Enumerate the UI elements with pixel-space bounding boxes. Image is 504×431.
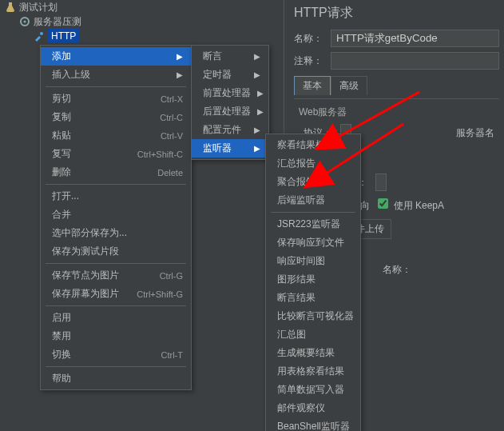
submenu-arrow-icon: ▶ [257, 89, 264, 98]
menu-save-node-image[interactable]: 保存节点为图片Ctrl-G [41, 266, 191, 285]
comment-label: 注释： [294, 54, 326, 68]
menu-duplicate[interactable]: 复写Ctrl+Shift-C [41, 145, 191, 163]
submenu-arrow-icon: ▶ [177, 70, 183, 79]
listener-response-time-graph[interactable]: 响应时间图 [266, 252, 360, 270]
menu-paste[interactable]: 粘贴Ctrl-V [41, 126, 191, 145]
svg-point-1 [24, 21, 26, 23]
menu-separator [46, 305, 186, 306]
submenu-postprocessors[interactable]: 后置处理器▶ [192, 102, 268, 121]
listener-aggregate-report[interactable]: 聚合报告 [266, 173, 360, 191]
menu-separator [46, 263, 186, 264]
submenu-timers[interactable]: 定时器▶ [192, 66, 268, 84]
submenu-arrow-icon: ▶ [254, 144, 260, 153]
add-submenu: 断言▶ 定时器▶ 前置处理器▶ 后置处理器▶ 配置元件▶ 监听器▶ [191, 45, 269, 160]
listener-assertion-results[interactable]: 断言结果 [266, 289, 360, 307]
menu-open[interactable]: 打开... [41, 187, 191, 206]
server-name-label: 服务器名 [456, 126, 494, 140]
submenu-config[interactable]: 配置元件▶ [192, 121, 268, 139]
svg-point-2 [40, 32, 43, 35]
tree-node-root[interactable]: 测试计划 [3, 0, 83, 14]
listener-view-results-table[interactable]: 用表格察看结果 [266, 362, 360, 381]
submenu-assertions[interactable]: 断言▶ [192, 47, 268, 66]
tree-label: HTTP [48, 29, 79, 43]
menu-insert-parent[interactable]: 插入上级▶ [41, 66, 191, 84]
listeners-submenu: 察看结果树 汇总报告 聚合报告 后端监听器 JSR223监听器 保存响应到文件 … [265, 134, 361, 431]
flask-icon [5, 2, 16, 13]
menu-disable[interactable]: 禁用 [41, 327, 191, 345]
keepalive-label: 使用 KeepA [394, 200, 444, 211]
listener-jsr223[interactable]: JSR223监听器 [266, 215, 360, 233]
menu-merge[interactable]: 合并 [41, 206, 191, 224]
path-input[interactable] [375, 174, 387, 191]
comment-input[interactable] [331, 52, 499, 70]
submenu-arrow-icon: ▶ [254, 70, 260, 79]
tab-advanced[interactable]: 高级 [331, 76, 367, 95]
submenu-listeners[interactable]: 监听器▶ [192, 139, 268, 158]
menu-save-screen-image[interactable]: 保存屏幕为图片Ctrl+Shift-G [41, 285, 191, 303]
listener-aggregate-graph[interactable]: 汇总图 [266, 325, 360, 344]
tree-node-selected[interactable]: HTTP [3, 29, 83, 43]
context-menu: 添加▶ 插入上级▶ 剪切Ctrl-X 复制Ctrl-C 粘贴Ctrl-V 复写C… [40, 45, 192, 390]
listener-beanshell[interactable]: BeanShell监听器 [266, 417, 360, 431]
tree-node-threadgroup[interactable]: 服务器压测 [3, 14, 83, 29]
tree-label: 测试计划 [19, 0, 58, 14]
menu-separator [271, 212, 355, 213]
keepalive-checkbox[interactable]: 使用 KeepA [375, 196, 444, 213]
gear-icon [19, 16, 30, 27]
menu-enable[interactable]: 启用 [41, 309, 191, 327]
menu-toggle[interactable]: 切换Ctrl-T [41, 345, 191, 364]
menu-delete[interactable]: 删除Delete [41, 163, 191, 182]
listener-save-responses[interactable]: 保存响应到文件 [266, 233, 360, 252]
listener-generate-summary[interactable]: 生成概要结果 [266, 344, 360, 362]
menu-add[interactable]: 添加▶ [41, 47, 191, 66]
submenu-arrow-icon: ▶ [177, 52, 183, 61]
menu-cut[interactable]: 剪切Ctrl-X [41, 90, 191, 108]
menu-separator [46, 366, 186, 367]
menu-save-selection-as[interactable]: 选中部分保存为... [41, 224, 191, 242]
listener-view-results-tree[interactable]: 察看结果树 [266, 136, 360, 154]
menu-separator [46, 86, 186, 87]
request-tabs: 基本 高级 [294, 76, 499, 95]
dropper-icon [34, 30, 45, 42]
panel-title: HTTP请求 [294, 5, 499, 22]
listener-simple-data-writer[interactable]: 简单数据写入器 [266, 381, 360, 399]
tab-basic[interactable]: 基本 [294, 76, 331, 95]
tree-label: 服务器压测 [34, 14, 81, 29]
menu-save-as-fragment[interactable]: 保存为测试片段 [41, 242, 191, 261]
menu-separator [46, 184, 186, 185]
menu-help[interactable]: 帮助 [41, 369, 191, 388]
name-input[interactable] [331, 30, 499, 47]
webserver-title: Web服务器 [299, 106, 494, 119]
listener-comparison-assertion[interactable]: 比较断言可视化器 [266, 307, 360, 325]
name-label: 名称： [294, 32, 326, 46]
submenu-arrow-icon: ▶ [254, 126, 260, 134]
submenu-preprocessors[interactable]: 前置处理器▶ [192, 84, 268, 102]
listener-mailer-visualizer[interactable]: 邮件观察仪 [266, 399, 360, 417]
keepalive-input[interactable] [378, 198, 388, 209]
listener-graph-results[interactable]: 图形结果 [266, 270, 360, 289]
menu-copy[interactable]: 复制Ctrl-C [41, 108, 191, 126]
submenu-arrow-icon: ▶ [254, 52, 260, 61]
submenu-arrow-icon: ▶ [257, 107, 264, 116]
listener-backend[interactable]: 后端监听器 [266, 191, 360, 210]
listener-summary-report[interactable]: 汇总报告 [266, 154, 360, 173]
